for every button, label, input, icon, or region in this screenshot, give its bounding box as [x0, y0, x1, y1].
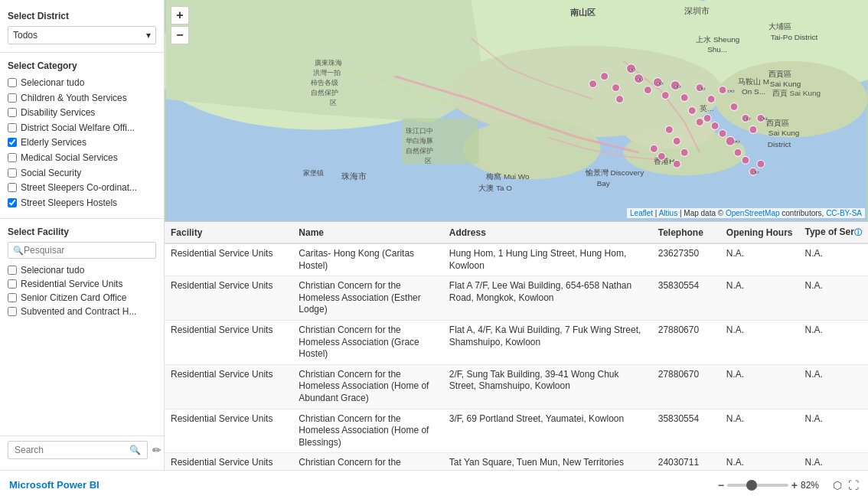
col-header-address[interactable]: Address [443, 222, 652, 243]
category-checkbox-1[interactable] [8, 93, 17, 103]
category-checkbox-2[interactable] [8, 108, 17, 117]
facility-checkbox-1[interactable] [8, 279, 17, 289]
category-checkbox-0[interactable] [8, 78, 17, 87]
svg-text:👓: 👓 [628, 66, 636, 73]
table-row[interactable]: Residential Service UnitsChristian Conce… [165, 276, 868, 321]
altius-link[interactable]: Altius [659, 209, 677, 217]
search-input-wrap[interactable]: 🔍 [8, 441, 148, 459]
facility-checkbox-0[interactable] [8, 266, 17, 275]
sidebar: Select District Todos ▾ Select Category … [0, 0, 165, 470]
table-row[interactable]: Residential Service UnitsChristian Conce… [165, 364, 868, 409]
category-checkbox-4[interactable] [8, 138, 17, 147]
svg-text:👓: 👓 [636, 76, 644, 83]
svg-text:南山区: 南山区 [570, 8, 596, 17]
svg-point-73 [601, 73, 609, 80]
category-checkbox-5[interactable] [8, 153, 17, 162]
ccbysa-link[interactable]: CC-BY-SA [826, 209, 862, 217]
zoom-out-button[interactable]: − [171, 26, 189, 44]
cell-telephone: 27880670 [652, 364, 720, 409]
category-item: Social Security [8, 166, 156, 181]
district-dropdown[interactable]: Todos ▾ [8, 26, 156, 44]
facility-label-2[interactable]: Senior Citizen Card Office [21, 292, 127, 303]
table-body: Residential Service UnitsCaritas- Hong K… [165, 243, 868, 470]
facility-search-box[interactable]: 🔍 [8, 242, 156, 259]
col-header-name[interactable]: Name [292, 222, 442, 243]
svg-text:珠海市: 珠海市 [341, 171, 367, 181]
category-checkbox-6[interactable] [8, 168, 17, 178]
category-label-8[interactable]: Street Sleepers Hostels [21, 197, 117, 210]
cell-telephone: 27880670 [652, 320, 720, 364]
svg-text:👓: 👓 [727, 87, 735, 95]
search-input[interactable] [15, 445, 129, 455]
cell-name: Christian Concern for the Homeless Assoc… [292, 453, 442, 470]
col-header-facility[interactable]: Facility [165, 222, 292, 243]
table-row[interactable]: Residential Service UnitsCaritas- Hong K… [165, 243, 868, 276]
category-label-7[interactable]: Street Sleepers Co-ordinat... [21, 182, 137, 194]
facility-label-1[interactable]: Residential Service Units [21, 279, 122, 289]
right-content: + − [165, 0, 868, 470]
type-header-label: Type of Ser [805, 227, 854, 237]
facility-list: Selecionar tudoResidential Service Units… [8, 263, 156, 318]
facility-label-0[interactable]: Selecionar tudo [21, 265, 84, 276]
cell-type: N.A. [799, 276, 869, 321]
facility-checkbox-2[interactable] [8, 293, 17, 302]
facility-item: Residential Service Units [8, 277, 156, 291]
osm-link[interactable]: OpenStreetMap [726, 209, 780, 217]
zoom-slider[interactable] [727, 484, 788, 487]
category-checkbox-7[interactable] [8, 183, 17, 192]
fullscreen-icon[interactable]: ⛶ [848, 479, 859, 491]
search-submit-icon[interactable]: 🔍 [129, 445, 141, 455]
category-label-0[interactable]: Selecionar tudo [21, 77, 84, 90]
zoom-plus-button[interactable]: + [791, 479, 798, 491]
bottom-right: − + 82% ⬡ ⛶ [718, 479, 859, 491]
col-header-opening[interactable]: Opening Hours [720, 222, 799, 243]
facility-item: Senior Citizen Card Office [8, 291, 156, 305]
map-svg: 珠江口中 华白海豚 自然保护 区 南山区 深圳市 上水 Sheung Shu..… [165, 0, 868, 221]
col-header-telephone[interactable]: Telephone [652, 222, 720, 243]
category-item: Elderly Services [8, 135, 156, 151]
facility-checkbox-3[interactable] [8, 307, 17, 316]
table-row[interactable]: Residential Service UnitsChristian Conce… [165, 453, 868, 470]
svg-text:愉景灣 Discovery: 愉景灣 Discovery [585, 168, 644, 177]
zoom-percentage: 82% [801, 480, 825, 491]
zoom-minus-button[interactable]: − [718, 479, 724, 491]
svg-text:Sai Kung: Sai Kung [768, 129, 799, 137]
category-label-6[interactable]: Social Security [21, 168, 81, 180]
cell-name: Caritas- Hong Kong (Caritas Hostel) [292, 243, 442, 276]
col-header-type[interactable]: Type of Serⓘ [799, 222, 869, 243]
category-label-5[interactable]: Medical Social Services [21, 152, 118, 165]
share-icon[interactable]: ⬡ [833, 479, 842, 491]
svg-text:华白海豚: 华白海豚 [406, 137, 433, 145]
svg-point-62 [734, 148, 742, 156]
leaflet-link[interactable]: Leaflet [630, 209, 653, 217]
category-label-1[interactable]: Children & Youth Services [21, 93, 127, 105]
category-checkbox-8[interactable] [8, 198, 17, 207]
svg-point-44 [644, 86, 651, 94]
svg-point-65 [757, 160, 765, 168]
powerbi-link[interactable]: Microsoft Power BI [9, 479, 100, 491]
facility-label-3[interactable]: Subvented and Contract H... [21, 306, 136, 317]
facility-search-input[interactable] [24, 245, 151, 256]
svg-text:柿告各级: 柿告各级 [311, 79, 338, 86]
facility-item: Subvented and Contract H... [8, 305, 156, 318]
category-label-2[interactable]: Disability Services [21, 107, 95, 119]
map-container: + − [165, 0, 868, 222]
svg-text:Bay: Bay [597, 179, 610, 188]
svg-point-66 [665, 126, 673, 133]
category-label-4[interactable]: Elderly Services [21, 137, 86, 149]
edit-icon[interactable]: ✏ [152, 444, 162, 456]
cell-facility: Residential Service Units [165, 243, 292, 276]
svg-point-54 [749, 126, 757, 133]
table-row[interactable]: Residential Service UnitsChristian Conce… [165, 409, 868, 453]
cell-facility: Residential Service Units [165, 409, 292, 453]
svg-text:👓: 👓 [752, 168, 759, 176]
table-row[interactable]: Residential Service UnitsChristian Conce… [165, 320, 868, 364]
svg-text:大埔區: 大埔區 [768, 22, 791, 31]
category-checkbox-3[interactable] [8, 123, 17, 132]
type-header-icon: ⓘ [854, 228, 862, 236]
district-label: Select District [8, 11, 156, 21]
svg-point-50 [707, 96, 715, 103]
category-label-3[interactable]: District Social Welfare Offi... [21, 122, 135, 135]
zoom-in-button[interactable]: + [171, 6, 189, 24]
bottom-search-area: 🔍 ✏ [0, 435, 164, 464]
